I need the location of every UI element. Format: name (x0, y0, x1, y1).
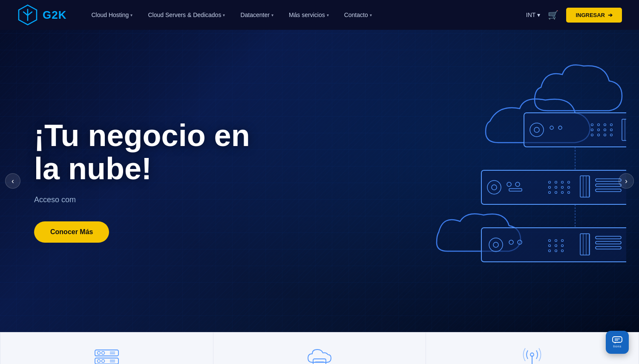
chat-label: tions (613, 344, 621, 348)
hero-cta-button[interactable]: Conocer Más (34, 221, 109, 243)
chat-widget[interactable]: tions (606, 331, 629, 354)
navbar: G2K Cloud Hosting ▾ Cloud Servers & Dedi… (0, 0, 639, 30)
svg-point-82 (101, 359, 104, 362)
carousel-prev[interactable]: ‹ (5, 173, 20, 189)
chevron-down-icon: ▾ (130, 13, 132, 17)
svg-point-80 (101, 351, 104, 354)
svg-line-2 (23, 12, 28, 15)
nav-cloud-servers[interactable]: Cloud Servers & Dedicados ▾ (140, 0, 233, 30)
cart-icon[interactable]: 🛒 (548, 10, 558, 20)
svg-point-79 (97, 351, 100, 354)
nav-mas-servicios[interactable]: Más servicios ▾ (281, 0, 337, 30)
chevron-down-icon: ▾ (271, 13, 273, 17)
nav-datacenter[interactable]: Datacenter ▾ (233, 0, 281, 30)
logo-icon (17, 4, 38, 26)
card-cloud[interactable] (213, 332, 426, 364)
svg-line-3 (28, 12, 32, 15)
nav-right: INT ▾ 🛒 INGRESAR ➔ (526, 8, 622, 23)
brand-logo[interactable]: G2K (17, 4, 66, 26)
hero-title: ¡Tu negocio en la nube! (34, 119, 256, 186)
hero-content: ¡Tu negocio en la nube! Acceso com Conoc… (0, 119, 290, 243)
hero-section: ‹ ¡Tu negocio en la nube! Acceso com Con… (0, 30, 639, 332)
card-hosting[interactable] (0, 332, 213, 364)
hero-subtitle: Acceso com (34, 195, 256, 204)
ingresar-button[interactable]: INGRESAR ➔ (566, 8, 622, 23)
chat-bubble-icon (612, 336, 622, 344)
brand-name: G2K (43, 9, 66, 22)
svg-rect-78 (95, 358, 118, 364)
cards-row (0, 332, 639, 364)
carousel-next[interactable]: › (619, 173, 634, 189)
cloud-icon (305, 345, 334, 364)
svg-point-81 (97, 359, 100, 362)
nav-contacto[interactable]: Contacto ▾ (337, 0, 380, 30)
chevron-down-icon: ▾ (370, 13, 372, 17)
svg-rect-77 (95, 350, 118, 356)
arrow-right-icon: ➔ (608, 12, 613, 18)
nav-cloud-hosting[interactable]: Cloud Hosting ▾ (83, 0, 140, 30)
chevron-down-icon: ▾ (223, 13, 225, 17)
antenna-icon (518, 345, 547, 364)
svg-rect-93 (613, 337, 622, 342)
nav-links: Cloud Hosting ▾ Cloud Servers & Dedicado… (83, 0, 526, 30)
server-icon (92, 345, 121, 364)
language-selector[interactable]: INT ▾ (526, 11, 541, 18)
chevron-down-icon: ▾ (537, 11, 540, 18)
chevron-down-icon: ▾ (327, 13, 329, 17)
